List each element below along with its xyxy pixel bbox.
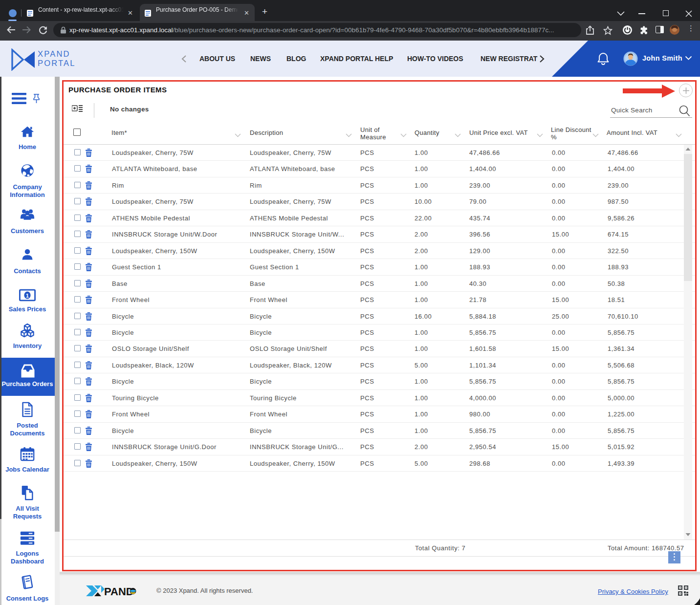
svg-text:1: 1 xyxy=(26,293,29,299)
svg-text:PAND: PAND xyxy=(104,585,134,597)
